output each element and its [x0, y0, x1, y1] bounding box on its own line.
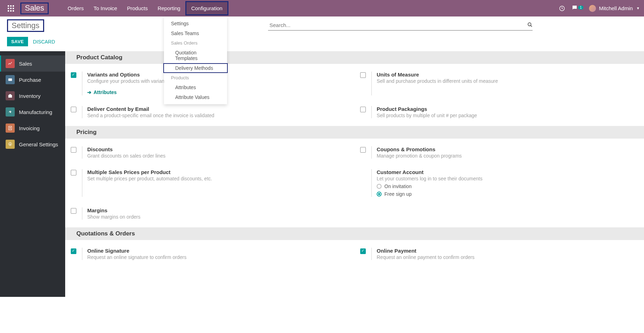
checkbox-margins[interactable]: [71, 208, 76, 214]
search-icon[interactable]: [527, 22, 533, 29]
breadcrumb-highlight: Settings: [7, 19, 44, 32]
opt-title: Units of Measure: [377, 72, 636, 78]
search-wrap: [268, 20, 533, 31]
checkbox-online-signature[interactable]: [71, 248, 76, 254]
topnav-right: 1 Mitchell Admin ▼: [559, 4, 640, 12]
sidebar-item-manufacturing[interactable]: Manufacturing: [0, 104, 65, 120]
setting-coupons: Coupons & Promotions Manage promotion & …: [355, 144, 644, 161]
setting-margins: Margins Show margins on orders: [65, 205, 355, 222]
checkbox-packagings[interactable]: [360, 107, 366, 112]
sidebar-item-inventory[interactable]: Inventory: [0, 88, 65, 104]
nav-reporting[interactable]: Reporting: [153, 1, 185, 15]
dd-header-products: Products: [164, 73, 227, 82]
sidebar-item-invoicing[interactable]: Invoicing: [0, 120, 65, 136]
radio-icon: [377, 192, 382, 197]
checkbox-deliver-email[interactable]: [71, 107, 76, 112]
sidebar-label: Invoicing: [19, 125, 40, 131]
save-button[interactable]: SAVE: [7, 37, 28, 46]
svg-rect-8: [13, 10, 14, 12]
opt-desc: Sell products by multiple of unit # per …: [377, 113, 636, 118]
opt-desc: Manage promotion & coupon programs: [377, 153, 636, 159]
svg-rect-6: [8, 10, 9, 12]
checkbox-multiple-prices[interactable]: [71, 170, 76, 175]
dd-delivery-methods[interactable]: Delivery Methods: [163, 63, 228, 73]
checkbox-units[interactable]: [360, 72, 366, 78]
opt-title: Margins: [87, 207, 346, 213]
opt-title: Product Packagings: [377, 106, 636, 112]
clock-icon[interactable]: [559, 5, 566, 12]
inventory-icon: [6, 91, 15, 100]
setting-online-signature: Online Signature Request an online signa…: [65, 245, 355, 263]
section-pricing: Pricing: [65, 126, 644, 139]
opt-desc: Set multiple prices per product, automat…: [87, 176, 346, 181]
settings-content: Product Catalog Variants and Options Con…: [65, 51, 644, 297]
nav-items: Orders To Invoice Products Reporting Con…: [63, 1, 228, 15]
opt-title: Coupons & Promotions: [377, 146, 636, 152]
setting-customer-account: Customer Account Let your customers log …: [355, 166, 644, 200]
chat-icon: [571, 4, 578, 11]
brand-highlight: Sales: [20, 2, 49, 14]
main: Sales Purchase Inventory Manufacturing I…: [0, 51, 644, 297]
link-attributes[interactable]: ➔Attributes: [87, 89, 117, 95]
dd-quotation-templates[interactable]: Quotation Templates: [164, 48, 227, 63]
svg-rect-1: [10, 5, 12, 7]
action-bar: SAVE DISCARD: [7, 37, 644, 46]
brand-label[interactable]: Sales: [25, 4, 44, 12]
setting-units: Units of Measure Sell and purchase produ…: [355, 69, 644, 98]
configuration-dropdown: Settings Sales Teams Sales Orders Quotat…: [164, 16, 227, 104]
checkbox-variants[interactable]: [71, 72, 76, 78]
opt-desc: Sell and purchase products in different …: [377, 78, 636, 84]
arrow-right-icon: ➔: [87, 89, 91, 95]
nav-orders[interactable]: Orders: [63, 1, 89, 15]
opt-title: Multiple Sales Prices per Product: [87, 169, 346, 175]
checkbox-online-payment[interactable]: [360, 248, 366, 254]
discard-button[interactable]: DISCARD: [33, 39, 55, 45]
dd-settings[interactable]: Settings: [164, 19, 227, 28]
opt-title: Online Signature: [87, 248, 346, 254]
opt-desc: Send a product-specific email once the i…: [87, 113, 346, 118]
svg-point-10: [528, 23, 531, 26]
settings-sidebar: Sales Purchase Inventory Manufacturing I…: [0, 51, 65, 297]
chat-icon-wrap[interactable]: 1: [571, 4, 583, 12]
svg-rect-5: [13, 8, 14, 9]
invoicing-icon: [6, 124, 15, 133]
setting-discounts: Discounts Grant discounts on sales order…: [65, 144, 355, 161]
sidebar-label: Inventory: [19, 93, 41, 99]
nav-configuration[interactable]: Configuration: [185, 1, 228, 15]
sidebar-item-sales[interactable]: Sales: [0, 55, 65, 72]
radio-icon: [377, 184, 382, 189]
dd-attribute-values[interactable]: Attribute Values: [164, 92, 227, 102]
chat-badge: 1: [578, 6, 584, 9]
section-quotations: Quotations & Orders: [65, 227, 644, 240]
caret-down-icon: ▼: [636, 6, 640, 10]
nav-to-invoice[interactable]: To Invoice: [89, 1, 122, 15]
top-navbar: Sales Orders To Invoice Products Reporti…: [0, 0, 644, 16]
sidebar-item-purchase[interactable]: Purchase: [0, 72, 65, 88]
svg-rect-0: [8, 5, 9, 7]
dd-attributes[interactable]: Attributes: [164, 82, 227, 92]
checkbox-coupons[interactable]: [360, 147, 366, 153]
dd-sales-teams[interactable]: Sales Teams: [164, 28, 227, 38]
svg-rect-7: [10, 10, 12, 12]
radio-on-invitation[interactable]: On invitation: [377, 184, 636, 189]
opt-desc: Grant discounts on sales order lines: [87, 153, 346, 159]
section-product-catalog: Product Catalog: [65, 51, 644, 64]
opt-desc: Let your customers log in to see their d…: [377, 176, 636, 181]
setting-deliver-email: Deliver Content by Email Send a product-…: [65, 103, 355, 121]
search-input[interactable]: [268, 20, 533, 31]
svg-rect-2: [13, 5, 14, 7]
user-menu[interactable]: Mitchell Admin ▼: [589, 5, 640, 12]
opt-desc: Show margins on orders: [87, 214, 346, 220]
nav-products[interactable]: Products: [122, 1, 152, 15]
svg-point-13: [9, 144, 11, 145]
dd-header-sales-orders: Sales Orders: [164, 38, 227, 48]
checkbox-discounts[interactable]: [71, 147, 76, 153]
sidebar-label: General Settings: [19, 141, 58, 147]
apps-icon[interactable]: [8, 5, 14, 12]
sidebar-label: Sales: [19, 61, 32, 67]
opt-title: Deliver Content by Email: [87, 106, 346, 112]
sidebar-item-general[interactable]: General Settings: [0, 136, 65, 152]
setting-multiple-prices: Multiple Sales Prices per Product Set mu…: [65, 166, 355, 200]
radio-free-signup[interactable]: Free sign up: [377, 191, 636, 197]
setting-packagings: Product Packagings Sell products by mult…: [355, 103, 644, 121]
